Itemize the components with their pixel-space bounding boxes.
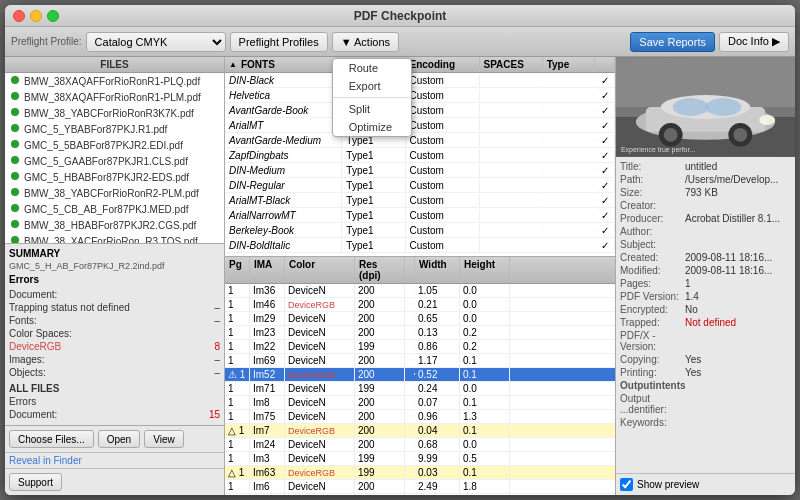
svg-point-0 <box>11 76 19 84</box>
toolbar: Preflight Profile: Catalog CMYK Prefligh… <box>5 27 795 57</box>
preview-car-image: Experience true perfor... <box>616 57 795 157</box>
images-list[interactable]: 1 Im36 DeviceN 200 1.05 0.0 1 Im46 Devic… <box>225 284 615 495</box>
img-color: DeviceN <box>285 480 355 493</box>
files-list[interactable]: BMW_38XAQAFForRioRonR1-PLQ.pdfBMW_38XAQA… <box>5 73 224 243</box>
file-name: BMW_38XAQAFForRioRonR1-PLQ.pdf <box>24 76 220 87</box>
show-preview-checkbox[interactable] <box>620 478 633 491</box>
actions-button[interactable]: ▼ Actions <box>332 32 399 52</box>
view-button[interactable]: View <box>144 430 184 448</box>
font-row[interactable]: DIN-BoldItalic Type1 Custom ✓ <box>225 238 615 253</box>
preflight-profiles-button[interactable]: Preflight Profiles <box>230 32 328 52</box>
save-reports-button[interactable]: Save Reports <box>630 32 715 52</box>
doc-created-value: 2009-08-11 18:16... <box>685 252 772 263</box>
img-res: 200 <box>355 298 405 311</box>
doc-pdfx-row: PDF/X -Version: <box>620 330 791 352</box>
file-item[interactable]: GMC_5_HBABFor87PKJR2-EDS.pdf <box>5 169 224 185</box>
img-spacer <box>405 331 415 333</box>
window-title: PDF Checkpoint <box>354 9 447 23</box>
reveal-in-finder-link[interactable]: Reveal in Finder <box>9 455 82 466</box>
font-row[interactable]: AvantGarde-Medium Type1 Custom ✓ <box>225 133 615 148</box>
file-item[interactable]: GMC_5_CB_AB_For87PKJ.MED.pdf <box>5 201 224 217</box>
close-button[interactable] <box>13 10 25 22</box>
image-row[interactable]: 1 Im46 DeviceRGB 200 0.21 0.0 <box>225 298 615 312</box>
font-name: ZapfDingbats <box>225 149 342 162</box>
image-row[interactable]: △ 1 Im7 DeviceRGB 200 0.04 0.1 <box>225 424 615 438</box>
file-item[interactable]: BMW_38_YABCForRioRonR3K7K.pdf <box>5 105 224 121</box>
image-row[interactable]: 1 Im29 DeviceN 200 0.65 0.0 <box>225 312 615 326</box>
image-row[interactable]: △ 1 Im63 DeviceRGB 199 0.03 0.1 <box>225 466 615 480</box>
file-item[interactable]: BMW_38_XACForRioRon_R3.TOS.pdf <box>5 233 224 243</box>
file-item[interactable]: BMW_38_HBABFor87PKJR2.CGS.pdf <box>5 217 224 233</box>
img-ima: Im46 <box>250 298 285 311</box>
image-row[interactable]: 1 Im75 DeviceN 200 0.96 1.3 <box>225 410 615 424</box>
font-row[interactable]: ArialNarrowMT Type1 Custom ✓ <box>225 208 615 223</box>
preflight-profile-select[interactable]: Catalog CMYK <box>86 32 226 52</box>
font-row[interactable]: AvantGarde-Book Type1 Custom ✓ <box>225 103 615 118</box>
show-preview-label: Show preview <box>637 479 699 490</box>
file-item[interactable]: GMC_5_YBABFor87PKJ.R1.pdf <box>5 121 224 137</box>
file-name: BMW_38_HBABFor87PKJR2.CGS.pdf <box>24 220 220 231</box>
minimize-button[interactable] <box>30 10 42 22</box>
image-row[interactable]: 1 Im64 DeviceN 200 0.14 0.1 <box>225 494 615 495</box>
support-button[interactable]: Support <box>9 473 62 491</box>
file-item[interactable]: GMC_5_5BABFor87PKJR2.EDI.pdf <box>5 137 224 153</box>
img-width: 1.05 <box>415 284 460 297</box>
image-row[interactable]: 1 Im3 DeviceN 199 9.99 0.5 <box>225 452 615 466</box>
image-row[interactable]: 1 Im8 DeviceN 200 0.07 0.1 <box>225 396 615 410</box>
svg-point-1 <box>11 92 19 100</box>
font-row[interactable]: DIN-Regular Type1 Custom ✓ <box>225 178 615 193</box>
image-row[interactable]: 1 Im36 DeviceN 200 1.05 0.0 <box>225 284 615 298</box>
file-name: GMC_5_CB_AB_For87PKJ.MED.pdf <box>24 204 220 215</box>
font-spaces <box>480 229 543 231</box>
doc-creator-label: Creator: <box>620 200 685 211</box>
doc-encrypted-value: No <box>685 304 698 315</box>
font-name: DIN-BoldItalic <box>225 239 342 252</box>
font-type: Type1 <box>342 209 405 222</box>
image-row[interactable]: 1 Im69 DeviceN 200 1.17 0.1 <box>225 354 615 368</box>
traffic-lights <box>13 10 59 22</box>
img-width: 0.07 <box>415 396 460 409</box>
image-row[interactable]: 1 Im24 DeviceN 200 0.68 0.0 <box>225 438 615 452</box>
menu-item-route[interactable]: Route <box>333 59 411 77</box>
font-type: Type1 <box>342 194 405 207</box>
font-row[interactable]: DIN-Black Type1 Custom ✓ <box>225 73 615 88</box>
summary-panel: SUMMARY GMC_5_H_AB_For87PKJ_R2.2ind.pdf … <box>5 243 224 425</box>
file-item[interactable]: GMC_5_GAABFor87PKJR1.CLS.pdf <box>5 153 224 169</box>
img-res: 199 <box>355 452 405 465</box>
file-item[interactable]: BMW_38_YABCForRioRonR2-PLM.pdf <box>5 185 224 201</box>
doc-pages-row: Pages: 1 <box>620 278 791 289</box>
font-type: Type1 <box>342 164 405 177</box>
image-row[interactable]: 1 Im6 DeviceN 200 2.49 1.8 <box>225 480 615 494</box>
font-row[interactable]: ArialMT-Black Type1 Custom ✓ <box>225 193 615 208</box>
image-row[interactable]: ⚠ 1 Im52 DeviceRGB 200 0.52 0.1 <box>225 368 615 382</box>
font-check: ✓ <box>595 179 615 192</box>
doc-pages-value: 1 <box>685 278 691 289</box>
file-item[interactable]: BMW_38XAQAFForRioRonR1-PLQ.pdf <box>5 73 224 89</box>
font-row[interactable]: ZapfDingbats Type1 Custom ✓ <box>225 148 615 163</box>
file-item[interactable]: BMW_38XAQAFForRioRonR1-PLM.pdf <box>5 89 224 105</box>
font-row[interactable]: Helvetica Type1 Custom ✓ <box>225 88 615 103</box>
menu-item-split[interactable]: Split <box>333 100 411 118</box>
font-check: ✓ <box>595 89 615 102</box>
img-res: 200 <box>355 396 405 409</box>
font-row[interactable]: Berkeley-Book Type1 Custom ✓ <box>225 223 615 238</box>
doc-info-button[interactable]: Doc Info ▶ <box>719 32 789 52</box>
img-color: DeviceN <box>285 396 355 409</box>
maximize-button[interactable] <box>47 10 59 22</box>
fonts-table-header: FONTS Type Encoding SPACES Type <box>225 57 615 73</box>
open-button[interactable]: Open <box>98 430 140 448</box>
img-spacer <box>405 471 415 473</box>
font-spaces <box>480 184 543 186</box>
menu-item-export[interactable]: Export <box>333 77 411 95</box>
image-row[interactable]: 1 Im23 DeviceN 200 0.13 0.2 <box>225 326 615 340</box>
menu-item-optimize[interactable]: Optimize <box>333 118 411 136</box>
image-row[interactable]: 1 Im22 DeviceN 199 0.86 0.2 <box>225 340 615 354</box>
fonts-list[interactable]: DIN-Black Type1 Custom ✓ Helvetica Type1… <box>225 73 615 256</box>
choose-files-button[interactable]: Choose Files... <box>9 430 94 448</box>
font-row[interactable]: DIN-Medium Type1 Custom ✓ <box>225 163 615 178</box>
doc-size-row: Size: 793 KB <box>620 187 791 198</box>
img-width: 0.21 <box>415 298 460 311</box>
image-row[interactable]: 1 Im71 DeviceN 199 0.24 0.0 <box>225 382 615 396</box>
font-row[interactable]: ArialMT Type1 Custom ✓ <box>225 118 615 133</box>
doc-author-row: Author: <box>620 226 791 237</box>
